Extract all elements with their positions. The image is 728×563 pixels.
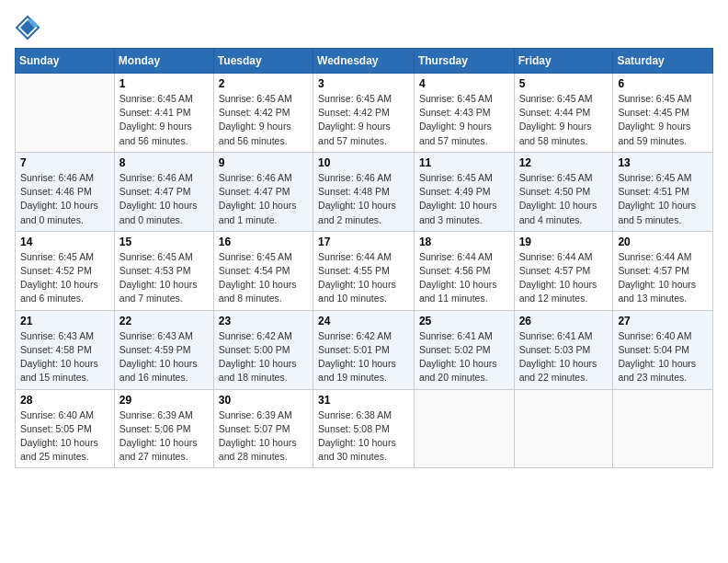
calendar-cell: 26Sunrise: 6:41 AM Sunset: 5:03 PM Dayli… xyxy=(514,310,613,389)
calendar-cell: 24Sunrise: 6:42 AM Sunset: 5:01 PM Dayli… xyxy=(313,310,415,389)
calendar-cell xyxy=(414,389,514,468)
week-row-1: 1Sunrise: 6:45 AM Sunset: 4:41 PM Daylig… xyxy=(16,74,713,153)
header-sunday: Sunday xyxy=(16,49,115,74)
calendar-cell: 20Sunrise: 6:44 AM Sunset: 4:57 PM Dayli… xyxy=(613,231,713,310)
week-row-5: 28Sunrise: 6:40 AM Sunset: 5:05 PM Dayli… xyxy=(16,389,713,468)
calendar-cell: 28Sunrise: 6:40 AM Sunset: 5:05 PM Dayli… xyxy=(16,389,115,468)
day-number: 13 xyxy=(618,156,708,169)
calendar-cell: 7Sunrise: 6:46 AM Sunset: 4:46 PM Daylig… xyxy=(16,152,115,231)
day-number: 23 xyxy=(219,315,308,327)
day-number: 27 xyxy=(618,315,708,327)
day-info: Sunrise: 6:46 AM Sunset: 4:48 PM Dayligh… xyxy=(318,171,409,227)
day-info: Sunrise: 6:45 AM Sunset: 4:41 PM Dayligh… xyxy=(119,92,209,148)
calendar-cell: 5Sunrise: 6:45 AM Sunset: 4:44 PM Daylig… xyxy=(514,74,613,153)
calendar-table: SundayMondayTuesdayWednesdayThursdayFrid… xyxy=(15,48,713,468)
day-info: Sunrise: 6:39 AM Sunset: 5:06 PM Dayligh… xyxy=(119,408,209,465)
day-info: Sunrise: 6:45 AM Sunset: 4:54 PM Dayligh… xyxy=(219,250,308,306)
day-number: 31 xyxy=(318,394,409,407)
calendar-cell: 9Sunrise: 6:46 AM Sunset: 4:47 PM Daylig… xyxy=(213,152,313,231)
calendar-cell: 13Sunrise: 6:45 AM Sunset: 4:51 PM Dayli… xyxy=(613,152,713,231)
day-info: Sunrise: 6:45 AM Sunset: 4:45 PM Dayligh… xyxy=(618,92,708,148)
day-number: 18 xyxy=(419,236,509,248)
calendar-cell: 2Sunrise: 6:45 AM Sunset: 4:42 PM Daylig… xyxy=(213,74,313,153)
calendar-cell: 16Sunrise: 6:45 AM Sunset: 4:54 PM Dayli… xyxy=(213,231,313,310)
day-info: Sunrise: 6:45 AM Sunset: 4:42 PM Dayligh… xyxy=(318,92,409,148)
day-number: 21 xyxy=(20,315,109,327)
day-number: 6 xyxy=(618,77,708,90)
day-info: Sunrise: 6:45 AM Sunset: 4:51 PM Dayligh… xyxy=(618,171,708,227)
day-number: 4 xyxy=(419,77,509,90)
day-number: 22 xyxy=(119,315,209,327)
day-number: 17 xyxy=(318,236,409,248)
day-number: 29 xyxy=(119,394,209,407)
day-info: Sunrise: 6:43 AM Sunset: 4:58 PM Dayligh… xyxy=(20,329,109,385)
day-number: 30 xyxy=(219,394,308,407)
day-number: 7 xyxy=(20,156,109,169)
day-info: Sunrise: 6:44 AM Sunset: 4:57 PM Dayligh… xyxy=(618,250,708,306)
page-header xyxy=(15,15,713,40)
day-number: 3 xyxy=(318,77,409,90)
week-row-3: 14Sunrise: 6:45 AM Sunset: 4:52 PM Dayli… xyxy=(16,231,713,310)
calendar-cell: 23Sunrise: 6:42 AM Sunset: 5:00 PM Dayli… xyxy=(213,310,313,389)
calendar-cell: 14Sunrise: 6:45 AM Sunset: 4:52 PM Dayli… xyxy=(16,231,115,310)
day-info: Sunrise: 6:45 AM Sunset: 4:53 PM Dayligh… xyxy=(119,250,209,306)
calendar-cell: 25Sunrise: 6:41 AM Sunset: 5:02 PM Dayli… xyxy=(414,310,514,389)
day-info: Sunrise: 6:41 AM Sunset: 5:02 PM Dayligh… xyxy=(419,329,509,385)
calendar-cell: 6Sunrise: 6:45 AM Sunset: 4:45 PM Daylig… xyxy=(613,74,713,153)
day-number: 19 xyxy=(519,236,609,248)
calendar-cell: 30Sunrise: 6:39 AM Sunset: 5:07 PM Dayli… xyxy=(213,389,313,468)
day-number: 10 xyxy=(318,156,409,169)
calendar-cell: 15Sunrise: 6:45 AM Sunset: 4:53 PM Dayli… xyxy=(114,231,213,310)
day-number: 1 xyxy=(119,77,209,90)
day-info: Sunrise: 6:46 AM Sunset: 4:47 PM Dayligh… xyxy=(119,171,209,227)
day-info: Sunrise: 6:45 AM Sunset: 4:52 PM Dayligh… xyxy=(20,250,109,306)
day-info: Sunrise: 6:45 AM Sunset: 4:43 PM Dayligh… xyxy=(419,92,509,148)
calendar-cell xyxy=(16,74,115,153)
header-thursday: Thursday xyxy=(414,49,514,74)
day-number: 26 xyxy=(519,315,609,327)
day-info: Sunrise: 6:45 AM Sunset: 4:49 PM Dayligh… xyxy=(419,171,509,227)
calendar-cell: 12Sunrise: 6:45 AM Sunset: 4:50 PM Dayli… xyxy=(514,152,613,231)
day-info: Sunrise: 6:45 AM Sunset: 4:44 PM Dayligh… xyxy=(519,92,609,148)
header-friday: Friday xyxy=(514,49,613,74)
day-number: 16 xyxy=(219,236,308,248)
calendar-cell: 3Sunrise: 6:45 AM Sunset: 4:42 PM Daylig… xyxy=(313,74,415,153)
day-number: 25 xyxy=(419,315,509,327)
day-number: 28 xyxy=(20,394,109,407)
day-number: 8 xyxy=(119,156,209,169)
calendar-cell: 22Sunrise: 6:43 AM Sunset: 4:59 PM Dayli… xyxy=(114,310,213,389)
day-number: 2 xyxy=(219,77,308,90)
header-wednesday: Wednesday xyxy=(313,49,415,74)
day-number: 15 xyxy=(119,236,209,248)
calendar-cell: 29Sunrise: 6:39 AM Sunset: 5:06 PM Dayli… xyxy=(114,389,213,468)
day-info: Sunrise: 6:38 AM Sunset: 5:08 PM Dayligh… xyxy=(318,408,409,465)
day-info: Sunrise: 6:43 AM Sunset: 4:59 PM Dayligh… xyxy=(119,329,209,385)
calendar-cell: 1Sunrise: 6:45 AM Sunset: 4:41 PM Daylig… xyxy=(114,74,213,153)
day-number: 11 xyxy=(419,156,509,169)
calendar-cell: 11Sunrise: 6:45 AM Sunset: 4:49 PM Dayli… xyxy=(414,152,514,231)
day-number: 14 xyxy=(20,236,109,248)
day-info: Sunrise: 6:39 AM Sunset: 5:07 PM Dayligh… xyxy=(219,408,308,465)
week-row-4: 21Sunrise: 6:43 AM Sunset: 4:58 PM Dayli… xyxy=(16,310,713,389)
calendar-cell: 19Sunrise: 6:44 AM Sunset: 4:57 PM Dayli… xyxy=(514,231,613,310)
day-info: Sunrise: 6:46 AM Sunset: 4:46 PM Dayligh… xyxy=(20,171,109,227)
day-number: 12 xyxy=(519,156,609,169)
calendar-cell: 10Sunrise: 6:46 AM Sunset: 4:48 PM Dayli… xyxy=(313,152,415,231)
day-info: Sunrise: 6:45 AM Sunset: 4:50 PM Dayligh… xyxy=(519,171,609,227)
day-info: Sunrise: 6:40 AM Sunset: 5:04 PM Dayligh… xyxy=(618,329,708,385)
day-info: Sunrise: 6:44 AM Sunset: 4:55 PM Dayligh… xyxy=(318,250,409,306)
day-number: 5 xyxy=(519,77,609,90)
header-monday: Monday xyxy=(114,49,213,74)
calendar-cell: 4Sunrise: 6:45 AM Sunset: 4:43 PM Daylig… xyxy=(414,74,514,153)
calendar-cell: 31Sunrise: 6:38 AM Sunset: 5:08 PM Dayli… xyxy=(313,389,415,468)
calendar-cell xyxy=(613,389,713,468)
week-row-2: 7Sunrise: 6:46 AM Sunset: 4:46 PM Daylig… xyxy=(16,152,713,231)
calendar-cell xyxy=(514,389,613,468)
logo-icon xyxy=(15,15,40,40)
calendar-cell: 18Sunrise: 6:44 AM Sunset: 4:56 PM Dayli… xyxy=(414,231,514,310)
day-info: Sunrise: 6:46 AM Sunset: 4:47 PM Dayligh… xyxy=(219,171,308,227)
day-info: Sunrise: 6:42 AM Sunset: 5:01 PM Dayligh… xyxy=(318,329,409,385)
day-info: Sunrise: 6:42 AM Sunset: 5:00 PM Dayligh… xyxy=(219,329,308,385)
calendar-cell: 8Sunrise: 6:46 AM Sunset: 4:47 PM Daylig… xyxy=(114,152,213,231)
day-info: Sunrise: 6:44 AM Sunset: 4:57 PM Dayligh… xyxy=(519,250,609,306)
